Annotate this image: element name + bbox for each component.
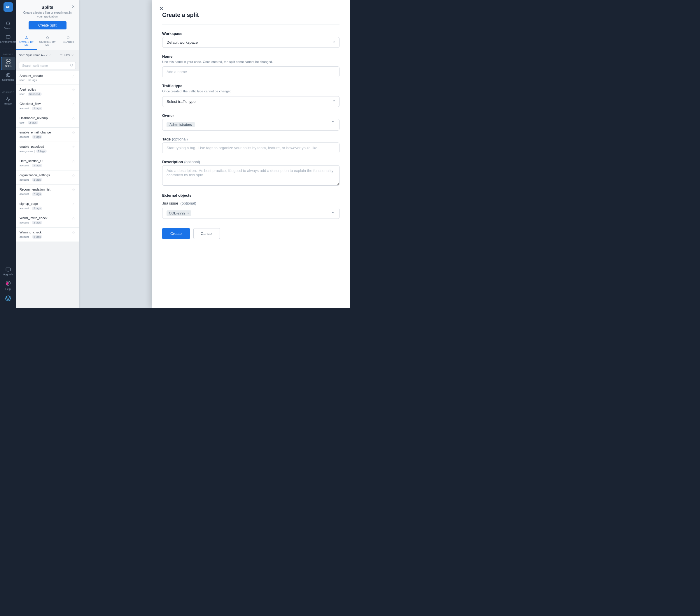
owner-select[interactable]: Administrators: [162, 119, 339, 130]
list-item[interactable]: organization_settings account | 2 tags ☆: [16, 170, 79, 185]
star-button[interactable]: ☆: [70, 231, 75, 235]
list-item[interactable]: enable_email_change account | 2 tags ☆: [16, 128, 79, 142]
jira-tag-close[interactable]: ×: [187, 211, 189, 215]
jira-input-wrapper[interactable]: COE-2792 ×: [162, 208, 339, 219]
tab-owned-by-me[interactable]: OWNED BY ME: [16, 33, 37, 50]
split-type: account: [20, 207, 29, 210]
star-button[interactable]: ☆: [70, 174, 75, 178]
jira-tag: COE-2792 ×: [166, 210, 191, 216]
split-meta: account | 2 tags: [20, 221, 70, 224]
sort-label: Sort:: [19, 54, 25, 57]
list-item[interactable]: signup_page account | 2 tags ☆: [16, 199, 79, 213]
splits-list: Account_update user | No tags ☆ Alert_po…: [16, 71, 79, 308]
star-button[interactable]: ☆: [70, 102, 75, 106]
list-item[interactable]: Recommendation_list account | 2 tags ☆: [16, 185, 79, 199]
star-button[interactable]: ☆: [70, 74, 75, 78]
split-meta: account | 2 tags: [20, 235, 70, 239]
avatar[interactable]: AP: [3, 2, 13, 12]
split-item-content: signup_page account | 2 tags: [20, 202, 70, 210]
sidebar-item-help[interactable]: Help: [1, 279, 15, 292]
list-item[interactable]: Hero_section_UI account | 2 tags ☆: [16, 156, 79, 170]
sidebar-item-environments[interactable]: Environments: [1, 33, 15, 46]
split-tag: front-end: [28, 92, 42, 96]
star-button[interactable]: ☆: [70, 159, 75, 164]
splits-icon: [6, 59, 11, 64]
jira-label: Jira issue (optional): [162, 201, 339, 205]
filter-label: Filter: [64, 54, 70, 57]
list-item[interactable]: Dashboard_revamp user | 2 tags ☆: [16, 113, 79, 128]
tab-search[interactable]: SEARCH: [58, 33, 79, 50]
sidebar-item-upgrade[interactable]: Upgrade: [1, 266, 15, 278]
list-item[interactable]: Warning_check account | 2 tags ☆: [16, 228, 79, 242]
star-button[interactable]: ☆: [70, 202, 75, 206]
traffic-type-label: Traffic type: [162, 84, 339, 88]
split-meta: account | 2 tags: [20, 107, 70, 110]
sidebar-item-search[interactable]: Search: [1, 19, 15, 32]
list-item[interactable]: enable_pageload anonymous | 2 tags ☆: [16, 142, 79, 156]
split-item-content: Alert_policy user | front-end: [20, 88, 70, 96]
name-input[interactable]: [162, 66, 339, 77]
measure-section-label: MEASURE: [0, 91, 16, 93]
search-icon-inner: [70, 63, 74, 68]
tab-starred-by-me[interactable]: STARRED BY ME: [37, 33, 58, 50]
create-button[interactable]: Create: [162, 228, 190, 239]
description-textarea[interactable]: [162, 165, 339, 185]
traffic-type-select-wrapper: Select traffic type: [162, 96, 339, 107]
star-button[interactable]: ☆: [70, 130, 75, 135]
split-item-content: enable_email_change account | 2 tags: [20, 130, 70, 139]
sidebar-item-metrics[interactable]: Metrics: [1, 95, 15, 108]
split-meta: user | No tags: [20, 79, 70, 81]
cancel-button[interactable]: Cancel: [193, 228, 220, 239]
star-icon: [46, 36, 49, 40]
modal-close-button[interactable]: [158, 5, 165, 12]
tags-input[interactable]: [162, 142, 339, 153]
split-name: Account_update: [20, 74, 70, 77]
filter-icon: [60, 53, 63, 57]
split-name: Dashboard_revamp: [20, 116, 70, 120]
external-objects-section: External objects Jira issue (optional) C…: [162, 193, 339, 219]
owner-badge: Administrators: [166, 122, 195, 127]
star-button[interactable]: ☆: [70, 145, 75, 149]
split-tag: 2 tags: [32, 192, 42, 196]
star-button[interactable]: ☆: [70, 188, 75, 192]
external-objects-title: External objects: [162, 193, 339, 197]
list-item[interactable]: Checkout_flow account | 2 tags ☆: [16, 99, 79, 113]
split-name: Checkout_flow: [20, 102, 70, 105]
tags-group: Tags(optional): [162, 137, 339, 153]
tab-starred-label: STARRED BY ME: [38, 40, 57, 46]
split-type: anonymous: [20, 150, 33, 153]
split-separator: |: [26, 79, 27, 81]
modal-title: Create a split: [162, 9, 339, 18]
environments-icon: [6, 35, 11, 40]
tab-search-label: SEARCH: [63, 40, 74, 43]
splits-panel-header: Splits Create a feature flag or experime…: [16, 0, 79, 33]
search-tab-icon: [66, 36, 70, 40]
workspace-select[interactable]: Default workspace: [162, 37, 339, 48]
svg-point-0: [7, 22, 10, 25]
split-type: account: [20, 178, 29, 181]
list-item[interactable]: Alert_policy user | front-end ☆: [16, 85, 79, 99]
star-button[interactable]: ☆: [70, 216, 75, 221]
sort-select[interactable]: Sort: Split Name A→Z: [19, 54, 51, 57]
star-button[interactable]: ☆: [70, 116, 75, 121]
split-item-content: Dashboard_revamp user | 2 tags: [20, 116, 70, 125]
traffic-type-select[interactable]: Select traffic type: [162, 96, 339, 107]
sidebar-item-segments[interactable]: Segments: [1, 70, 15, 84]
panel-close-button[interactable]: ×: [71, 3, 76, 11]
split-separator: |: [30, 221, 30, 224]
sidebar-item-splits[interactable]: Splits: [1, 57, 15, 70]
sidebar-item-logo[interactable]: [1, 293, 15, 303]
star-button[interactable]: ☆: [70, 88, 75, 92]
split-name: Warm_invite_check: [20, 216, 70, 220]
sidebar-item-label: Splits: [5, 65, 11, 68]
list-item[interactable]: Account_update user | No tags ☆: [16, 71, 79, 85]
list-item[interactable]: Warm_invite_check account | 2 tags ☆: [16, 213, 79, 228]
search-input[interactable]: [19, 62, 76, 69]
name-hint: Use this name in your code. Once created…: [162, 60, 339, 64]
split-item-content: Checkout_flow account | 2 tags: [20, 102, 70, 110]
filter-chevron-icon: [71, 54, 74, 56]
split-no-tags: No tags: [28, 79, 37, 81]
split-separator: |: [30, 164, 30, 167]
create-split-button[interactable]: Create Split: [28, 21, 66, 29]
filter-button[interactable]: Filter: [58, 52, 76, 58]
